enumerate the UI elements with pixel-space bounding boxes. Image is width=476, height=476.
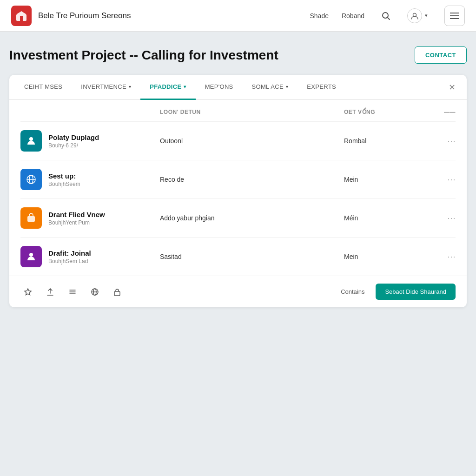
tab-mepons[interactable]: MEP'ONS [196,75,243,100]
tab-soml-ace[interactable]: SOML ACE ▾ [243,75,298,100]
tab-experts[interactable]: EXPERTS [298,75,345,100]
app-title: Bele Tre Purioum Sereons [38,11,310,20]
item-actions-polaty[interactable]: ⋯ [437,136,456,146]
list-item: Polaty Duplagd Bouhy·6 29/ Outoonl Romba… [20,122,456,160]
svg-rect-1 [20,16,23,21]
item-actions-sestup[interactable]: ⋯ [437,174,456,185]
item-name-block-drant: Drant Flied Vnew BouhjhYent Pum [48,211,160,226]
toolbar-list-icon[interactable] [65,284,80,299]
list-col-mid-header: LOON' DETUN [160,107,344,116]
item-actions-drant[interactable]: ⋯ [437,213,456,223]
navbar: Bele Tre Purioum Sereons Shade Roband ▾ [0,0,476,32]
list-header-row: LOON' DETUN OET VỔNG —— [20,100,456,122]
tab-pfaddice[interactable]: PFADDICE ▾ [140,75,195,100]
toolbar-lock-icon[interactable] [110,284,125,299]
list-item: Drant Flied Vnew BouhjhYent Pum Addo yab… [20,199,456,238]
tabs-bar: CEIHT MSES INVERTMENCE ▾ PFADDICE ▾ MEP'… [9,75,467,100]
page-title: Investment Project -- Calling for Invest… [9,48,278,63]
list-scroll-area[interactable]: Polaty Duplagd Bouhy·6 29/ Outoonl Romba… [20,122,456,276]
search-icon[interactable] [377,7,394,24]
tab-ceiht-mses[interactable]: CEIHT MSES [15,75,72,100]
svg-rect-23 [114,291,120,296]
list-item: Drafit: Joinal BouhjhSem Lad Sasitad Mei… [20,238,456,276]
tab-somlace-chevron: ▾ [286,84,288,89]
toolbar-star-icon[interactable] [20,284,35,299]
list-col-right-header: OET VỔNG [344,107,437,116]
item-name-block-polaty: Polaty Duplagd Bouhy·6 29/ [48,133,160,149]
user-icon [407,8,422,23]
contains-label: Contains [341,288,364,295]
tab-close-button[interactable]: ✕ [443,75,461,99]
nav-link-roband[interactable]: Roband [342,12,364,20]
tab-invertmence-chevron: ▾ [129,84,131,89]
svg-marker-14 [25,289,31,295]
tab-invertmence[interactable]: INVERTMENCE ▾ [72,75,140,100]
svg-rect-12 [27,216,35,222]
item-name-block-sestup: Sest up: BouhjhSeem [48,172,160,187]
nav-link-shade[interactable]: Shade [310,12,328,20]
app-logo[interactable] [11,6,32,26]
main-card: CEIHT MSES INVERTMENCE ▾ PFADDICE ▾ MEP'… [9,75,467,307]
item-actions-drafit[interactable]: ⋯ [437,251,456,262]
list-col-actions-header: —— [437,107,456,116]
menu-button[interactable] [444,6,465,26]
user-chevron-icon: ▾ [425,13,428,19]
item-icon-drafit [20,246,42,267]
svg-line-3 [388,17,390,20]
navbar-links: Shade Roband ▾ [310,6,465,26]
action-button[interactable]: Sebaot Dide Shaurand [376,284,456,300]
item-icon-sestup [20,169,42,190]
item-name-block-drafit: Drafit: Joinal BouhjhSem Lad [48,249,160,264]
user-area[interactable]: ▾ [407,8,428,23]
tab-pfaddice-chevron: ▾ [184,84,186,89]
page-content: Investment Project -- Calling for Invest… [0,32,476,317]
item-icon-drant [20,207,42,229]
bottom-toolbar: Contains Sebaot Dide Shaurand [9,276,467,307]
page-header: Investment Project -- Calling for Invest… [9,46,467,64]
svg-point-13 [29,253,33,257]
toolbar-globe-icon[interactable] [87,284,102,299]
contact-button[interactable]: CONTACT [415,46,467,64]
list-container: LOON' DETUN OET VỔNG —— [9,100,467,276]
svg-point-8 [29,137,33,141]
toolbar-upload-icon[interactable] [43,284,58,299]
list-item: Sest up: BouhjhSeem Reco de Mein ⋯ [20,160,456,199]
item-icon-polaty [20,130,42,152]
